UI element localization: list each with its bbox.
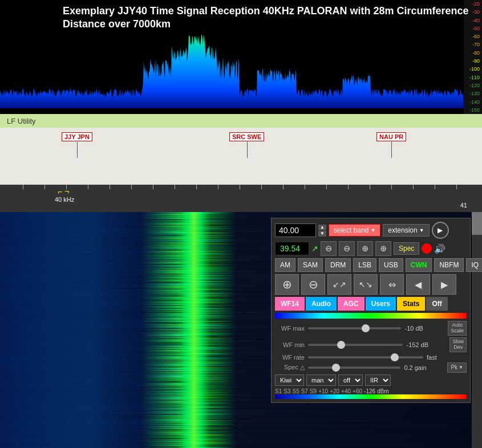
wf-min-track[interactable] <box>308 344 403 346</box>
wf-rate-row: WF rate fast <box>275 354 467 361</box>
freq-up-button[interactable]: ▲ <box>318 225 326 230</box>
freq-right-label: 41 <box>460 202 467 209</box>
wf-rate-track[interactable] <box>308 356 423 359</box>
freq-tick-11 <box>261 185 262 189</box>
spec-gain-label: Spec △ <box>275 364 305 371</box>
scroll-thumb[interactable] <box>472 212 482 235</box>
freq-tick-7 <box>175 185 175 189</box>
station-label-nau-pr: NAU PR <box>376 132 406 141</box>
spec-gain-row: Spec △ 0.2 gain Pk ▼ <box>275 363 467 373</box>
spec-button[interactable]: Spec <box>394 242 419 255</box>
freq-tick-13 <box>305 185 305 189</box>
cp-row-tabs: WF14 Audio AGC Users Stats Off <box>275 297 467 311</box>
freq-tick-14 <box>326 185 327 189</box>
sig-plus20: +20 <box>330 388 339 394</box>
auto-scale-button[interactable]: AutoScale <box>448 321 467 336</box>
zoom-in-plus2[interactable]: ⊕ <box>375 241 391 256</box>
dbm-value: -126 <box>364 388 375 394</box>
sig-s9: S9 <box>310 388 317 394</box>
freq-arrows: ▲ ▼ <box>318 225 326 237</box>
freq-tick-6 <box>153 185 153 189</box>
tab-wf14[interactable]: WF14 <box>275 297 305 311</box>
freq-tick-4 <box>110 185 110 189</box>
mode-iq[interactable]: IQ <box>466 258 482 272</box>
freq-tick-9 <box>218 185 218 189</box>
wf-max-value: -10 dB <box>404 325 444 332</box>
tab-stats[interactable]: Stats <box>397 297 425 311</box>
play-button[interactable]: ▶ <box>432 222 449 239</box>
zoom-in-btn[interactable]: ⊕ <box>275 274 299 295</box>
zoom-out-minus1[interactable]: ⊖ <box>321 241 337 256</box>
pk-button[interactable]: Pk ▼ <box>447 363 467 373</box>
control-panel: ▲ ▼ select band extension ▶ 39.54 ↗ ⊖ ⊖ … <box>271 218 471 403</box>
color-gradient-bar <box>275 313 467 319</box>
mode-nbfm[interactable]: NBFM <box>434 258 464 272</box>
spectrum-title: Exemplary JJY40 Time Signal Reception 40… <box>63 5 482 31</box>
expand-btn[interactable]: ↖↘ <box>354 274 378 295</box>
freq-display: 39.54 <box>275 242 309 255</box>
db-label-8: -100 <box>465 66 481 72</box>
freq-tick-3 <box>88 185 88 189</box>
wf-rate-thumb[interactable] <box>391 353 399 361</box>
wf-max-track[interactable] <box>308 327 401 329</box>
db-label-10: -120 <box>465 83 481 88</box>
prev-btn[interactable]: ◀ <box>406 274 430 295</box>
kiwi-select[interactable]: Kiwi <box>275 374 304 386</box>
freq-label: 40 kHz <box>55 196 74 203</box>
tab-audio[interactable]: Audio <box>306 297 337 311</box>
next-btn[interactable]: ▶ <box>432 274 456 295</box>
speaker-icon[interactable]: 🔊 <box>434 243 445 254</box>
tab-agc[interactable]: AGC <box>338 297 364 311</box>
stations-area: JJY JPNSRC SWENAU PR <box>0 128 482 185</box>
sig-plus60: +60 <box>353 388 362 394</box>
wf-rate-label: WF rate <box>275 354 305 361</box>
cp-row-1: ▲ ▼ select band extension ▶ <box>275 222 467 239</box>
wf-max-thumb[interactable] <box>362 324 370 332</box>
freq-tick-5 <box>131 185 132 189</box>
spec-gain-thumb[interactable] <box>332 364 340 372</box>
tab-users[interactable]: Users <box>366 297 396 311</box>
zoom-out-minus2[interactable]: ⊖ <box>339 241 355 256</box>
wf-max-row: WF max -10 dB AutoScale <box>275 321 467 336</box>
zoom-out-btn[interactable]: ⊖ <box>301 274 325 295</box>
tab-off[interactable]: Off <box>426 297 447 311</box>
freq-indicator: ⌐¬ 40 kHz <box>55 187 74 203</box>
scrollbar[interactable] <box>472 212 482 448</box>
wf-min-thumb[interactable] <box>337 341 345 349</box>
freq-tick-17 <box>391 185 392 189</box>
wf-min-label: WF min <box>275 341 305 348</box>
mode-am[interactable]: AM <box>275 258 295 272</box>
dbm-unit: dBm <box>377 388 389 394</box>
mode-drm[interactable]: DRM <box>325 258 351 272</box>
mode-sam[interactable]: SAM <box>298 258 323 272</box>
zoom-in-plus1[interactable]: ⊕ <box>357 241 373 256</box>
spectrum-area: Exemplary JJY40 Time Signal Reception 40… <box>0 0 482 114</box>
mode-cwn[interactable]: CWN <box>406 258 432 272</box>
slow-dev-button[interactable]: SlowDev <box>449 337 467 352</box>
freq-down-button[interactable]: ▼ <box>318 231 326 237</box>
extension-button[interactable]: extension <box>383 224 429 237</box>
wf-min-row: WF min -152 dB SlowDev <box>275 337 467 352</box>
lf-utility-bar: LF Utility <box>0 114 482 128</box>
frequency-bar: ⌐¬ 40 kHz 41 <box>0 185 482 212</box>
man-select[interactable]: man <box>306 374 336 386</box>
frequency-input[interactable] <box>275 223 316 237</box>
sig-s7: S7 <box>301 388 308 394</box>
select-band-button[interactable]: select band <box>329 224 380 237</box>
spec-gain-track[interactable] <box>308 366 400 369</box>
iir-select[interactable]: IIR <box>365 374 391 386</box>
off-select[interactable]: off <box>338 374 363 386</box>
spec-gain-value: 0.2 gain <box>404 364 444 371</box>
db-label-9: -110 <box>465 75 481 80</box>
mode-usb[interactable]: USB <box>379 258 403 272</box>
freq-tick-1 <box>44 185 45 189</box>
db-label-12: -140 <box>465 99 481 105</box>
sig-plus10: +10 <box>318 388 328 394</box>
freq-tick-12 <box>283 185 283 189</box>
swap-btn[interactable]: ⇔ <box>380 274 404 295</box>
sig-plus40: +40 <box>341 388 351 394</box>
freq-tick-19 <box>435 185 435 189</box>
mode-lsb[interactable]: LSB <box>353 258 376 272</box>
db-label-13: -150 <box>465 107 481 113</box>
compress-btn[interactable]: ↙↗ <box>327 274 351 295</box>
